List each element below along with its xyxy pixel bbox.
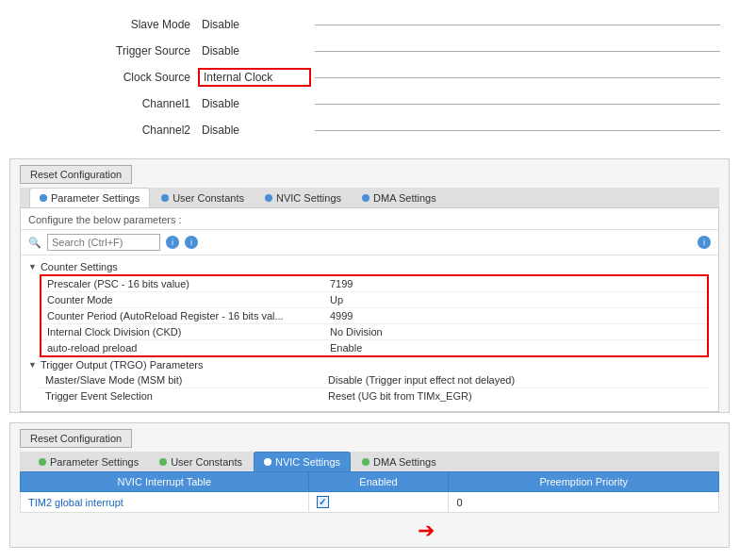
trigger-source-label: Trigger Source — [75, 44, 198, 58]
channel1-label: Channel1 — [75, 97, 198, 110]
watermark: CSDN @lz学习嵌入式 — [0, 555, 739, 560]
tab-dot-4 — [362, 194, 370, 202]
trigger-event-label: Trigger Event Selection — [45, 390, 328, 402]
counter-arrow: ▼ — [28, 262, 37, 272]
clock-source-row: Clock Source Internal Clock — [75, 67, 720, 88]
tab-label-nvic-1: NVIC Settings — [276, 192, 341, 204]
param-tree: ▼ Counter Settings Prescaler (PSC - 16 b… — [21, 255, 718, 407]
counter-mode-value: Up — [330, 294, 701, 305]
clock-source-label: Clock Source — [75, 71, 198, 84]
tab-dot-1 — [40, 194, 47, 202]
trigger-output-items: Master/Slave Mode (MSM bit) Disable (Tri… — [40, 372, 709, 404]
slave-mode-label: Slave Mode — [75, 18, 198, 31]
channel2-value: Disable — [198, 123, 311, 138]
clock-division-row: Internal Clock Division (CKD) No Divisio… — [41, 324, 707, 340]
trigger-event-row: Trigger Event Selection Reset (UG bit fr… — [40, 388, 709, 404]
nvic-priority-value: 0 — [449, 492, 719, 513]
info-icon-1[interactable]: i — [166, 236, 179, 249]
master-slave-value: Disable (Trigger input effect not delaye… — [328, 374, 703, 386]
params-area-1: Configure the below parameters : 🔍 i i i… — [20, 207, 719, 412]
tab-dot-3 — [265, 194, 272, 202]
tab-label-dma-2: DMA Settings — [373, 456, 436, 468]
tab-dot-2 — [161, 194, 169, 202]
tab-dma-settings-1[interactable]: DMA Settings — [353, 188, 446, 207]
info-icon-2[interactable]: i — [185, 236, 198, 249]
counter-period-row: Counter Period (AutoReload Register - 16… — [41, 308, 707, 324]
tab-dma-settings-2[interactable]: DMA Settings — [353, 452, 446, 471]
search-input[interactable] — [47, 234, 160, 251]
slave-mode-row: Slave Mode Disable — [75, 14, 720, 35]
counter-period-label: Counter Period (AutoReload Register - 16… — [47, 310, 330, 321]
tab-label-user-constants-1: User Constants — [172, 192, 244, 204]
tab-parameter-settings-1[interactable]: Parameter Settings — [29, 188, 150, 207]
counter-mode-row: Counter Mode Up — [41, 292, 707, 308]
counter-period-value: 4999 — [330, 310, 701, 321]
master-slave-row: Master/Slave Mode (MSM bit) Disable (Tri… — [40, 372, 709, 388]
nvic-interrupt-name: TIM2 global interrupt — [21, 492, 309, 513]
tabs-bar-2: Parameter Settings User Constants NVIC S… — [20, 452, 719, 471]
tab-label-param-settings-2: Parameter Settings — [50, 456, 139, 468]
tab-label-dma-1: DMA Settings — [373, 192, 436, 204]
trigger-source-value: Disable — [198, 43, 311, 58]
section-block-2: Reset Configuration Parameter Settings U… — [9, 422, 730, 548]
params-desc: Configure the below parameters : — [21, 212, 718, 230]
arrow-indicator: ➔ — [10, 513, 729, 547]
table-row: TIM2 global interrupt 0 — [21, 492, 719, 513]
info-icon-3[interactable]: i — [698, 236, 711, 249]
search-row: 🔍 i i i — [21, 230, 718, 255]
reset-config-button-1[interactable]: Reset Configuration — [20, 165, 132, 184]
config-fields: Slave Mode Disable Trigger Source Disabl… — [0, 9, 739, 151]
trigger-output-header[interactable]: ▼ Trigger Output (TRGO) Parameters — [21, 357, 718, 372]
auto-reload-label: auto-reload preload — [47, 342, 330, 354]
red-arrow-icon: ➔ — [418, 519, 435, 542]
counter-mode-label: Counter Mode — [47, 294, 330, 305]
tab-label-nvic-2: NVIC Settings — [275, 456, 340, 468]
counter-settings-items: Prescaler (PSC - 16 bits value) 7199 Cou… — [40, 274, 709, 357]
tab-label-param-settings-1: Parameter Settings — [51, 192, 140, 204]
nvic-col-enabled: Enabled — [308, 472, 449, 492]
trigger-arrow: ▼ — [28, 360, 37, 370]
counter-settings-header[interactable]: ▼ Counter Settings — [21, 259, 718, 274]
prescaler-value: 7199 — [330, 278, 701, 289]
nvic-col-name: NVIC Interrupt Table — [21, 472, 309, 492]
clock-source-value: Internal Clock — [198, 68, 311, 87]
clock-division-value: No Division — [330, 326, 701, 338]
tab-dot-8 — [362, 458, 370, 466]
slave-mode-value: Disable — [198, 17, 311, 32]
master-slave-label: Master/Slave Mode (MSM bit) — [45, 374, 328, 386]
tab-dot-7 — [264, 458, 271, 466]
tab-nvic-settings-1[interactable]: NVIC Settings — [255, 188, 351, 207]
tab-user-constants-1[interactable]: User Constants — [152, 188, 254, 207]
tab-parameter-settings-2[interactable]: Parameter Settings — [29, 452, 148, 471]
search-icon: 🔍 — [28, 237, 41, 249]
tab-user-constants-2[interactable]: User Constants — [150, 452, 252, 471]
tabs-bar-1: Parameter Settings User Constants NVIC S… — [20, 188, 719, 207]
channel2-label: Channel2 — [75, 124, 198, 137]
clock-division-label: Internal Clock Division (CKD) — [47, 326, 330, 338]
tab-dot-5 — [39, 458, 46, 466]
nvic-enabled-checkbox[interactable] — [317, 496, 329, 508]
auto-reload-row: auto-reload preload Enable — [41, 340, 707, 355]
trigger-output-label: Trigger Output (TRGO) Parameters — [41, 359, 204, 371]
nvic-col-priority: Preemption Priority — [449, 472, 719, 492]
tab-dot-6 — [159, 458, 167, 466]
auto-reload-value: Enable — [330, 342, 701, 354]
nvic-enabled-cell — [308, 492, 449, 513]
counter-settings-label: Counter Settings — [41, 261, 118, 272]
trigger-event-value: Reset (UG bit from TIMx_EGR) — [328, 390, 703, 402]
channel1-row: Channel1 Disable — [75, 93, 720, 114]
channel2-row: Channel2 Disable — [75, 120, 720, 140]
prescaler-label: Prescaler (PSC - 16 bits value) — [47, 278, 330, 289]
tab-label-user-constants-2: User Constants — [171, 456, 242, 468]
tab-nvic-settings-2[interactable]: NVIC Settings — [254, 452, 351, 471]
nvic-interrupt-table: NVIC Interrupt Table Enabled Preemption … — [20, 471, 719, 513]
reset-config-button-2[interactable]: Reset Configuration — [20, 429, 132, 448]
trigger-source-row: Trigger Source Disable — [75, 41, 720, 61]
section-block-1: Reset Configuration Parameter Settings U… — [9, 158, 730, 413]
prescaler-row: Prescaler (PSC - 16 bits value) 7199 — [41, 276, 707, 292]
channel1-value: Disable — [198, 96, 311, 111]
